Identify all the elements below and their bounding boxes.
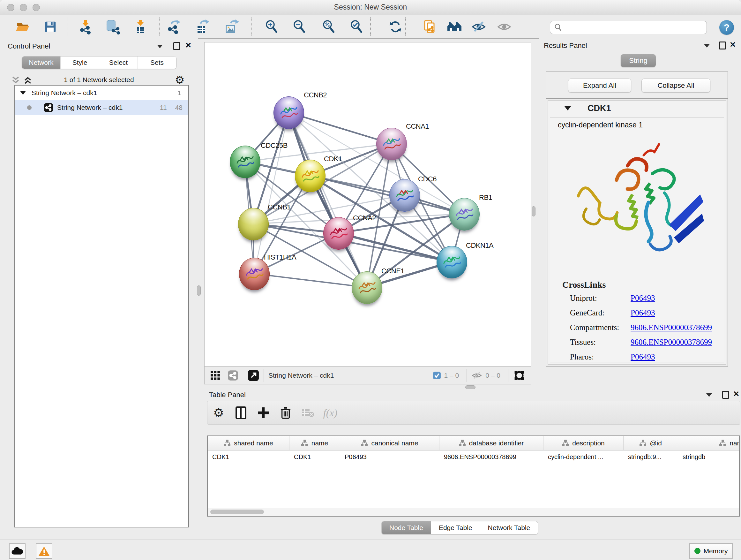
crosslink-link[interactable]: P06493 — [630, 308, 655, 317]
import-network-icon[interactable] — [77, 18, 94, 36]
main-toolbar: ? — [0, 15, 741, 39]
network-node-CCNB2[interactable] — [273, 97, 304, 129]
tab-sets[interactable]: Sets — [138, 57, 176, 69]
table-cell[interactable]: CDK1 — [208, 450, 289, 463]
float-panel-icon[interactable] — [719, 42, 726, 50]
close-panel-icon[interactable]: ✕ — [733, 390, 739, 398]
float-panel-icon[interactable] — [722, 391, 729, 399]
import-table-icon[interactable] — [131, 18, 149, 36]
network-options-gear-icon[interactable]: ⚙ — [175, 73, 185, 86]
network-node-RB1[interactable] — [449, 198, 480, 231]
tree-expander-icon[interactable] — [20, 91, 26, 95]
network-node-CDK1[interactable] — [295, 160, 326, 192]
network-node-CCNE1[interactable] — [352, 271, 382, 304]
zoom-out-icon[interactable] — [291, 18, 309, 36]
save-session-icon[interactable] — [42, 18, 59, 36]
table-hscrollbar[interactable] — [208, 508, 739, 516]
column-header-@id[interactable]: @id — [623, 436, 678, 450]
bottom-divider-handle[interactable] — [465, 385, 475, 389]
crosslink-link[interactable]: 9606.ENSP00000378699 — [630, 338, 712, 347]
gene-expander-icon[interactable] — [564, 106, 571, 111]
column-header-description[interactable]: description — [543, 436, 623, 450]
collapse-all-button[interactable]: Collapse All — [642, 78, 711, 92]
network-node-CDC25B[interactable] — [230, 145, 260, 178]
tab-network-table[interactable]: Network Table — [480, 521, 538, 534]
selected-checkbox-icon[interactable] — [433, 371, 441, 380]
add-column-icon[interactable] — [252, 408, 274, 418]
export-table-icon[interactable] — [194, 18, 212, 36]
network-row[interactable]: String Network – cdk1 11 48 — [15, 100, 188, 115]
zoom-fit-icon[interactable] — [320, 18, 338, 36]
hide-selected-icon[interactable] — [470, 18, 488, 36]
tab-edge-table[interactable]: Edge Table — [431, 521, 480, 534]
birds-eye-view-icon[interactable] — [513, 369, 526, 382]
zoom-selected-icon[interactable] — [348, 18, 366, 36]
column-header-database-identifier[interactable]: database identifier — [440, 436, 543, 450]
open-session-icon[interactable] — [14, 18, 32, 36]
crosslink-link[interactable]: P06493 — [630, 294, 655, 303]
column-header-namespace[interactable]: namespace — [678, 436, 740, 450]
delete-column-icon[interactable] — [274, 407, 297, 419]
export-image-icon[interactable] — [223, 18, 241, 36]
table-row[interactable]: CDK1CDK1P064939606.ENSP00000378699cyclin… — [208, 450, 740, 463]
crosslink-link[interactable]: P06493 — [630, 353, 655, 361]
expand-all-button[interactable]: Expand All — [568, 78, 631, 92]
control-panel-tabs: NetworkStyleSelectSets — [22, 56, 177, 69]
column-header-shared-name[interactable]: shared name — [208, 436, 289, 450]
network-badge-icon[interactable] — [227, 370, 239, 381]
cloud-button[interactable] — [9, 543, 25, 559]
right-divider-handle[interactable] — [532, 206, 536, 216]
table-cell[interactable]: stringdb:9... — [623, 450, 678, 463]
close-panel-icon[interactable]: ✕ — [185, 42, 192, 49]
crosslink-link[interactable]: 9606.ENSP00000378699 — [630, 323, 712, 332]
network-node-CCNA1[interactable] — [376, 128, 407, 160]
tab-node-table[interactable]: Node Table — [382, 521, 431, 534]
network-node-CCNA2[interactable] — [323, 217, 354, 250]
network-node-HIST1H1A[interactable] — [239, 258, 270, 290]
float-panel-icon[interactable] — [173, 42, 180, 50]
collapse-panel-icon[interactable] — [157, 45, 163, 48]
memory-button[interactable]: Memory — [689, 543, 733, 559]
help-icon[interactable]: ? — [719, 20, 734, 35]
gene-header-row[interactable]: CDK1 — [548, 101, 726, 116]
hidden-eye-icon[interactable] — [471, 370, 482, 381]
hscrollbar-thumb[interactable] — [210, 509, 264, 514]
clone-network-icon[interactable] — [421, 18, 439, 36]
table-cell[interactable]: 9606.ENSP00000378699 — [440, 450, 543, 463]
show-columns-icon[interactable] — [230, 407, 252, 419]
collapse-panel-icon[interactable] — [704, 44, 710, 48]
string-home-icon[interactable] — [446, 18, 463, 36]
table-cell[interactable]: stringdb — [678, 450, 740, 463]
network-collection-row[interactable]: String Network – cdk1 1 — [15, 85, 188, 100]
table-settings-gear-icon[interactable]: ⚙ — [207, 406, 230, 420]
network-node-CDKN1A[interactable] — [436, 246, 467, 278]
close-panel-icon[interactable]: ✕ — [730, 41, 736, 49]
search-input[interactable] — [565, 23, 706, 32]
grid-view-icon[interactable] — [210, 370, 220, 381]
expand-all-tree-icon[interactable] — [23, 75, 32, 86]
zoom-in-icon[interactable] — [263, 18, 281, 36]
network-node-CDC6[interactable] — [389, 179, 420, 212]
delete-table-icon[interactable] — [297, 408, 319, 418]
table-cell[interactable]: P06493 — [340, 450, 440, 463]
tab-select[interactable]: Select — [99, 57, 138, 69]
refresh-icon[interactable] — [387, 18, 404, 36]
tab-style[interactable]: Style — [60, 57, 99, 69]
function-builder-icon[interactable]: f(x) — [319, 407, 341, 419]
open-in-window-icon[interactable] — [248, 370, 259, 381]
warning-button[interactable] — [36, 543, 52, 559]
column-header-name[interactable]: name — [289, 436, 340, 450]
import-database-icon[interactable] — [104, 18, 121, 36]
network-canvas[interactable]: CCNB2CCNA1CDC25BCDK1CDC6RB1CCNB1CCNA2CDK… — [204, 42, 531, 367]
column-header-canonical-name[interactable]: canonical name — [340, 436, 440, 450]
tab-network[interactable]: Network — [22, 57, 60, 69]
left-divider-handle[interactable] — [197, 286, 201, 296]
network-node-CCNB1[interactable] — [238, 208, 269, 240]
export-network-icon[interactable] — [165, 18, 183, 36]
table-cell[interactable]: cyclin-dependent ... — [543, 450, 623, 463]
tab-string[interactable]: String — [621, 54, 656, 67]
collapse-panel-icon[interactable] — [706, 393, 712, 397]
collapse-all-tree-icon[interactable] — [11, 75, 20, 86]
show-all-icon[interactable] — [495, 18, 513, 36]
table-cell[interactable]: CDK1 — [289, 450, 340, 463]
